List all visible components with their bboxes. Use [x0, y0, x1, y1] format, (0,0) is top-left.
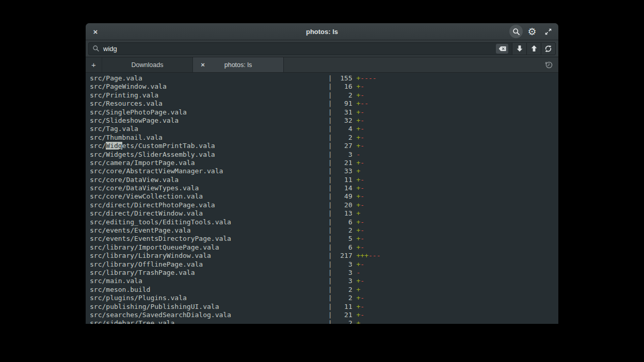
change-symbols: +++---	[357, 252, 381, 259]
minus-mark: -	[360, 226, 364, 234]
terminal-output[interactable]: src/Page.vala|155+----src/PageWindow.val…	[86, 73, 558, 324]
column-separator: |	[328, 226, 332, 234]
clear-search-button[interactable]	[496, 44, 508, 54]
minus-mark: -	[360, 294, 364, 302]
change-count: 2	[332, 91, 352, 100]
diffstat-row: src/library/TrashPage.vala|3-	[90, 269, 558, 277]
diffstat-row: src/Resources.vala|91+--	[90, 100, 558, 108]
file-name: src/camera/ImportPage.vala	[90, 159, 328, 167]
file-name: src/library/TrashPage.vala	[90, 269, 328, 277]
change-count: 2	[332, 226, 352, 235]
column-separator: |	[328, 134, 332, 141]
change-symbols: +	[357, 286, 361, 293]
desktop-background: { "window": { "title": "photos: ls" }, "…	[0, 0, 644, 362]
new-tab-button[interactable]: +	[86, 57, 102, 72]
change-symbols: +----	[357, 74, 377, 82]
minus-mark: -	[360, 117, 364, 124]
change-count: 27	[332, 142, 352, 150]
minus-mark: -	[360, 83, 364, 90]
change-symbols: +-	[357, 134, 365, 141]
diffstat-row: src/Widgets/SliderAssembly.vala|3-	[90, 151, 558, 159]
diffstat-row: src/SlideshowPage.vala|32+-	[90, 117, 558, 125]
column-separator: |	[328, 269, 332, 276]
diffstat-row: src/PageWindow.vala|16+-	[90, 83, 558, 91]
close-icon: ×	[93, 27, 98, 36]
column-separator: |	[328, 218, 332, 226]
file-name: src/core/AbstractViewManager.vala	[90, 167, 328, 175]
change-count: 49	[332, 192, 352, 201]
column-separator: |	[328, 159, 332, 167]
change-count: 32	[332, 117, 352, 125]
change-symbols: +-	[357, 192, 365, 200]
history-button[interactable]	[539, 57, 558, 72]
search-next-button[interactable]	[512, 43, 526, 55]
column-separator: |	[328, 319, 332, 324]
close-button[interactable]: ×	[90, 26, 101, 37]
search-wrap-button[interactable]	[541, 43, 555, 55]
settings-button[interactable]: ⚙	[525, 25, 539, 38]
change-symbols: +	[357, 167, 361, 175]
tab-label: photos: ls	[224, 61, 252, 69]
tab-downloads[interactable]: Downloads	[102, 57, 193, 72]
minus-mark: -	[364, 74, 368, 82]
change-count: 2	[332, 286, 352, 294]
change-symbols: +-	[357, 311, 365, 319]
change-symbols: +-	[357, 226, 365, 234]
minus-mark: -	[373, 252, 377, 259]
diffstat-row: src/library/ImportQueuePage.vala|6+-	[90, 243, 558, 252]
column-separator: |	[328, 142, 332, 150]
change-count: 91	[332, 100, 352, 108]
column-separator: |	[328, 311, 332, 319]
minus-mark: -	[360, 176, 364, 184]
window-title: photos: ls	[86, 28, 558, 36]
minus-mark: -	[360, 159, 364, 167]
minus-mark: -	[377, 252, 381, 259]
column-separator: |	[328, 277, 332, 285]
file-name: src/searches/SavedSearchDialog.vala	[90, 311, 328, 319]
change-symbols: +-	[357, 277, 365, 285]
file-name: src/Page.vala	[90, 74, 328, 83]
search-previous-button[interactable]	[526, 43, 541, 55]
search-entry	[89, 43, 512, 55]
column-separator: |	[328, 117, 332, 124]
search-input[interactable]	[103, 45, 492, 53]
column-separator: |	[328, 260, 332, 268]
file-name: src/Widgets/SliderAssembly.vala	[90, 151, 328, 159]
file-name: src/core/DataViewTypes.vala	[90, 184, 328, 192]
column-separator: |	[328, 125, 332, 133]
change-symbols: +-	[357, 159, 365, 167]
change-count: 5	[332, 235, 352, 243]
column-separator: |	[328, 243, 332, 251]
minus-mark: -	[368, 74, 373, 82]
diffstat-row: src/camera/ImportPage.vala|21+-	[90, 159, 558, 167]
plus-mark: +	[357, 319, 361, 324]
change-symbols: +-	[357, 125, 365, 133]
change-count: 3	[332, 260, 352, 269]
minus-mark: -	[360, 100, 364, 107]
change-count: 33	[332, 167, 352, 175]
file-name: src/direct/DirectWindow.vala	[90, 209, 328, 218]
change-count: 6	[332, 243, 352, 252]
minus-mark: -	[357, 269, 361, 276]
file-name: src/Tag.vala	[90, 125, 328, 133]
column-separator: |	[328, 286, 332, 293]
tab-close-button[interactable]: ×	[198, 60, 207, 70]
tab-bar-spacer	[284, 57, 539, 72]
change-symbols: +-	[357, 91, 365, 99]
diffstat-row: src/editing_tools/EditingTools.vala|6+-	[90, 218, 558, 226]
search-toggle-button[interactable]	[509, 25, 523, 38]
column-separator: |	[328, 151, 332, 158]
search-match-highlight: Widg	[106, 142, 122, 150]
file-name: src/PageWindow.vala	[90, 83, 328, 91]
tab-photos-ls[interactable]: × photos: ls	[193, 57, 284, 72]
terminal-window: × photos: ls ⚙	[86, 23, 558, 324]
diffstat-row: src/events/EventsDirectoryPage.vala|5+-	[90, 235, 558, 243]
column-separator: |	[328, 176, 332, 184]
minus-mark: -	[360, 192, 364, 200]
minus-mark: -	[368, 252, 373, 259]
minus-mark: -	[360, 311, 364, 319]
fullscreen-button[interactable]	[541, 25, 555, 38]
change-symbols: +-	[357, 218, 365, 226]
diffstat-list: src/Page.vala|155+----src/PageWindow.val…	[90, 74, 558, 324]
column-separator: |	[328, 201, 332, 209]
